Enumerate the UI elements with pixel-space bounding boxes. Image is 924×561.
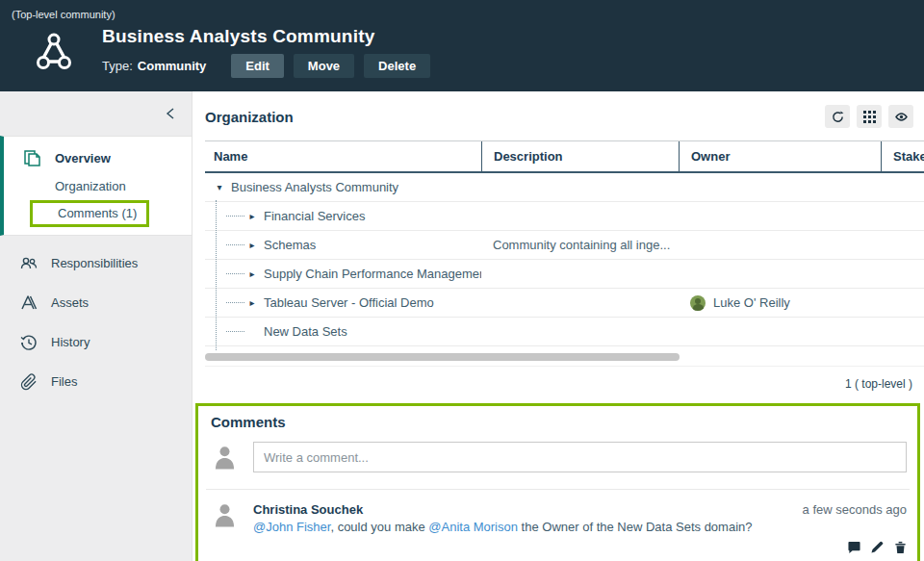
- move-button[interactable]: Move: [294, 54, 354, 78]
- sidebar-item-label: History: [51, 335, 90, 349]
- sidebar-item-label: Responsibilities: [51, 256, 138, 270]
- columns-button[interactable]: [857, 105, 882, 128]
- tree-branch-connector: [226, 244, 244, 245]
- delete-button[interactable]: Delete: [364, 54, 430, 78]
- table-row[interactable]: New Data Sets: [205, 318, 924, 346]
- sidebar-nav: Responsibilities Assets: [0, 243, 192, 401]
- user-mention-link[interactable]: @Anita Morison: [428, 520, 518, 534]
- comment-composer: [214, 442, 907, 472]
- comment-item: Christina Souchek a few seconds ago @Joh…: [214, 502, 907, 553]
- chevron-left-icon[interactable]: [166, 108, 175, 119]
- tree-branch-connector: [226, 302, 244, 303]
- column-header-name[interactable]: Name: [205, 141, 481, 171]
- tree-branch-connector: [226, 216, 244, 217]
- tree-name-cell: ▸Supply Chain Performance Management: [205, 267, 481, 281]
- tree-node-label: Tableau Server - Official Demo: [264, 295, 434, 310]
- main-content: Organization: [192, 91, 924, 561]
- column-header-description[interactable]: Description: [481, 141, 679, 171]
- comment-actions: [253, 541, 907, 553]
- tree-expand-arrow[interactable]: ▸: [246, 211, 258, 221]
- comments-section: Comments Christi: [195, 403, 920, 561]
- tree-name-cell: New Data Sets: [205, 324, 481, 339]
- table-header: Name Description Owner Stakeholder: [205, 140, 924, 173]
- breadcrumb: (Top-level community): [0, 0, 924, 20]
- tree-name-cell: ▸Schemas: [205, 238, 481, 252]
- table-row[interactable]: ▸Tableau Server - Official Demo Luke O' …: [205, 289, 924, 318]
- description-cell: Community containing all inge...: [481, 238, 679, 252]
- user-avatar-icon: [214, 502, 236, 527]
- sidebar-item-label: Files: [51, 374, 77, 389]
- delete-trash-icon[interactable]: [894, 541, 907, 553]
- sidebar-item-label: Assets: [51, 295, 89, 310]
- tree-node-label: Supply Chain Performance Management: [264, 267, 481, 281]
- comment-bubble-icon[interactable]: [848, 541, 860, 553]
- table-row[interactable]: ▸Schemas Community containing all inge..…: [205, 231, 924, 260]
- table-row[interactable]: ▸Supply Chain Performance Management: [205, 260, 924, 289]
- sidebar-item-history[interactable]: History: [0, 322, 192, 362]
- tree-name-cell: ▸Tableau Server - Official Demo: [205, 295, 481, 310]
- sidebar-item-overview[interactable]: Overview: [4, 150, 192, 166]
- table-footer-count: 1 ( top-level ): [205, 367, 924, 403]
- grid-icon: [863, 111, 876, 123]
- page-header: (Top-level community) Business Analysts …: [0, 0, 924, 91]
- comment-timestamp: a few seconds ago: [803, 502, 907, 517]
- paperclip-icon: [20, 373, 38, 391]
- horizontal-scrollbar: [205, 353, 924, 361]
- owner-cell: Luke O' Reilly: [679, 295, 881, 311]
- tree-name-cell: ▾Business Analysts Community: [205, 180, 481, 194]
- refresh-button[interactable]: [825, 105, 850, 128]
- sidebar-section-overview: Overview Organization Comments (1): [0, 136, 192, 236]
- comment-input[interactable]: [253, 442, 907, 472]
- sidebar: Overview Organization Comments (1) Respo…: [0, 91, 192, 561]
- sidebar-item-label: Overview: [55, 151, 111, 166]
- table-toolbar: [825, 105, 913, 128]
- scrollbar-thumb[interactable]: [205, 353, 680, 361]
- type-label: Type:: [102, 59, 133, 73]
- tree-expand-arrow[interactable]: ▸: [246, 297, 258, 308]
- sidebar-item-organization[interactable]: Organization: [55, 179, 192, 193]
- owner-avatar: [690, 295, 706, 311]
- org-table-body: ▾Business Analysts Community ▸Financial …: [205, 173, 924, 346]
- view-button[interactable]: [888, 105, 913, 128]
- people-icon: [20, 255, 38, 272]
- tree-name-cell: ▸Financial Services: [205, 209, 481, 223]
- comment-text-segment: , could you make: [330, 520, 428, 534]
- type-value: Community: [138, 59, 207, 73]
- comment-text: @John Fisher, could you make @Anita Mori…: [253, 520, 907, 534]
- owner-name: Luke O' Reilly: [713, 295, 790, 310]
- comments-title: Comments: [211, 414, 907, 430]
- tree-branch-connector: [226, 273, 244, 274]
- comment-text-segment: the Owner of the New Data Sets domain?: [518, 520, 753, 534]
- tree-node-label: New Data Sets: [264, 324, 347, 339]
- tree-node-label: Schemas: [264, 238, 316, 252]
- column-header-stakeholder[interactable]: Stakeholder: [881, 141, 924, 171]
- sidebar-item-responsibilities[interactable]: Responsibilities: [0, 243, 192, 283]
- user-mention-link[interactable]: @John Fisher: [253, 520, 330, 534]
- tree-node-label: Business Analysts Community: [231, 180, 398, 194]
- user-avatar-icon: [214, 445, 236, 470]
- app: (Top-level community) Business Analysts …: [0, 0, 924, 561]
- sidebar-item-assets[interactable]: Assets: [0, 283, 192, 322]
- tree-branch-connector: [226, 331, 244, 332]
- edit-pencil-icon[interactable]: [871, 541, 884, 553]
- comment-divider: [206, 489, 910, 490]
- organization-title: Organization: [205, 109, 294, 125]
- column-header-owner[interactable]: Owner: [679, 141, 881, 171]
- comment-author: Christina Souchek: [253, 502, 363, 517]
- refresh-icon: [832, 111, 844, 123]
- eye-icon: [895, 111, 908, 123]
- document-pages-icon: [24, 150, 40, 166]
- sidebar-item-comments[interactable]: Comments (1): [30, 200, 149, 227]
- tree-expand-arrow[interactable]: ▸: [246, 268, 258, 279]
- page-title: Business Analysts Community: [102, 26, 430, 47]
- assets-icon: [20, 294, 38, 312]
- tree-node-label: Financial Services: [264, 209, 366, 223]
- table-row[interactable]: ▾Business Analysts Community: [205, 173, 924, 202]
- edit-button[interactable]: Edit: [231, 54, 284, 78]
- community-icon: [37, 32, 71, 72]
- tree-expand-arrow[interactable]: ▾: [214, 182, 225, 192]
- history-clock-icon: [20, 334, 38, 351]
- table-row[interactable]: ▸Financial Services: [205, 202, 924, 231]
- tree-expand-arrow[interactable]: ▸: [246, 240, 258, 250]
- sidebar-item-files[interactable]: Files: [0, 362, 192, 401]
